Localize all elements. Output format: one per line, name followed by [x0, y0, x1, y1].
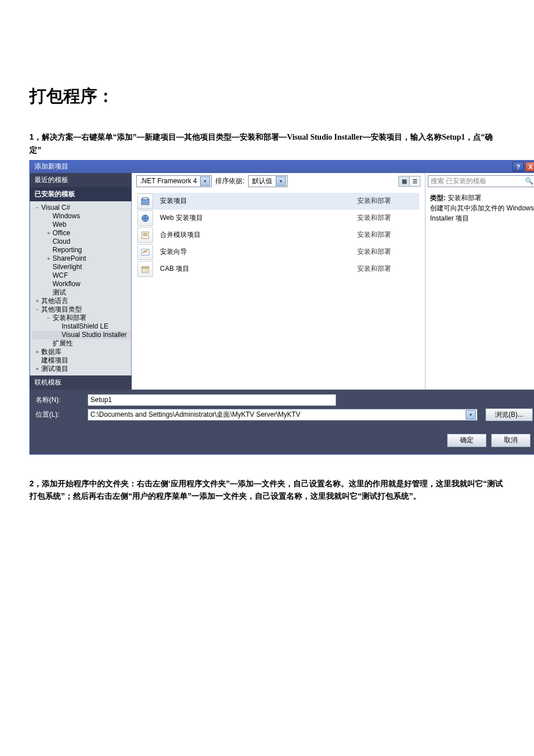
location-label: 位置(L): — [36, 410, 88, 420]
dialog-titlebar[interactable]: 添加新项目 ? X — [30, 161, 534, 173]
tree-item[interactable]: Windows — [32, 212, 131, 221]
tree-item[interactable]: 测试 — [32, 288, 131, 297]
minus-icon[interactable]: − — [46, 315, 51, 321]
tree-label: InstallShield LE — [62, 322, 108, 330]
minus-icon[interactable]: − — [34, 205, 40, 211]
help-button[interactable]: ? — [513, 162, 524, 172]
tree-item[interactable]: Workflow — [32, 280, 131, 288]
recent-templates-header[interactable]: 最近的模板 — [30, 173, 132, 187]
plus-icon[interactable]: + — [34, 349, 40, 355]
svg-rect-4 — [143, 233, 147, 234]
template-name: 合并模块项目 — [160, 230, 357, 240]
tree-label: SharePoint — [53, 254, 86, 262]
template-description-pane: 搜索 已安装的模板 🔍 类型: 安装和部署 创建可向其中添加文件的 Window… — [425, 173, 534, 390]
dialog-title: 添加新项目 — [34, 162, 68, 171]
search-placeholder: 搜索 已安装的模板 — [431, 176, 524, 186]
setup-wizard-icon — [137, 244, 153, 260]
step1-installer: Visual Studio Installer — [287, 133, 363, 141]
name-value: Setup1 — [90, 396, 112, 404]
template-category: 安装和部署 — [357, 247, 419, 257]
merge-module-icon — [137, 227, 153, 243]
step2-line2a: 然后再右击左侧“用户的程序菜单”一添加一文件夹，自己设置名称，这里我就叫它 — [73, 491, 358, 500]
page-heading: 打包程序： — [29, 85, 505, 108]
minus-icon[interactable]: − — [34, 306, 40, 313]
chevron-down-icon[interactable]: ▾ — [276, 176, 286, 186]
tree-item[interactable]: 建模项目 — [32, 356, 131, 365]
step1-mid: —安装项目，输入名称 — [363, 132, 442, 141]
tree-item[interactable]: +测试项目 — [32, 365, 131, 373]
tree-item[interactable]: +数据库 — [32, 348, 131, 356]
tree-item[interactable]: Cloud — [32, 237, 131, 246]
search-icon[interactable]: 🔍 — [524, 177, 533, 185]
tree-label: Reporting — [53, 246, 82, 254]
tree-item[interactable]: +SharePoint — [32, 254, 131, 263]
step2-line2b: “测试打包系统”。 — [358, 491, 421, 500]
step2-line1a: 2，添加开始程序中的文件夹：右击左侧‘应用程序文件夹”—添加—文件夹，自己设置名… — [29, 479, 349, 488]
template-list-pane: .NET Framework 4 ▾ 排序依据: 默认值 ▾ ▦ ☰ — [132, 173, 425, 390]
browse-button[interactable]: 浏览(B)... — [485, 408, 533, 421]
cancel-button[interactable]: 取消 — [491, 434, 531, 447]
template-toolbar: .NET Framework 4 ▾ 排序依据: 默认值 ▾ ▦ ☰ — [132, 173, 425, 189]
tree-item[interactable]: InstallShield LE — [32, 322, 131, 331]
framework-value: .NET Framework 4 — [140, 177, 197, 185]
view-mode-buttons: ▦ ☰ — [398, 176, 420, 187]
template-category: 安装和部署 — [357, 213, 419, 223]
tree-item[interactable]: −安装和部署 — [32, 314, 131, 322]
step2-text: 2，添加开始程序中的文件夹：右击左侧‘应用程序文件夹”—添加—文件夹，自己设置名… — [29, 477, 505, 503]
tree-item[interactable]: Web — [32, 221, 131, 229]
tree-item[interactable]: +Office — [32, 229, 131, 237]
template-row[interactable]: 安装项目 安装和部署 — [137, 193, 419, 210]
setup-project-icon — [137, 193, 153, 209]
template-row[interactable]: CAB 项目 安装和部署 — [137, 261, 419, 278]
online-templates-header[interactable]: 联机模板 — [30, 375, 132, 390]
template-name: 安装项目 — [160, 196, 357, 206]
name-input[interactable]: Setup1 — [88, 394, 336, 406]
tree-label: Visual Studio Installer — [62, 331, 127, 339]
template-category-tree[interactable]: −Visual C# Windows Web +Office Cloud Rep… — [30, 201, 132, 375]
template-category: 安装和部署 — [357, 196, 419, 206]
tree-label: Silverlight — [53, 263, 82, 271]
search-input[interactable]: 搜索 已安装的模板 🔍 — [428, 175, 534, 187]
template-list[interactable]: 安装项目 安装和部署 Web 安装项目 安装和部署 合并模块项目 安装和部署 — [132, 189, 425, 390]
template-row[interactable]: 安装向导 安装和部署 — [137, 244, 419, 261]
template-row[interactable]: Web 安装项目 安装和部署 — [137, 210, 419, 227]
close-button[interactable]: X — [525, 162, 534, 172]
tree-item[interactable]: −Visual C# — [32, 204, 131, 212]
tree-label: 测试项目 — [41, 364, 68, 374]
location-input[interactable]: C:\Documents and Settings\Administrator\… — [88, 409, 477, 421]
plus-icon[interactable]: + — [46, 230, 51, 236]
svg-rect-5 — [143, 235, 147, 236]
ok-button[interactable]: 确定 — [447, 434, 487, 447]
tree-label: WCF — [53, 271, 68, 279]
tree-label: Web — [53, 221, 66, 228]
plus-icon[interactable]: + — [34, 366, 40, 372]
tree-item-selected[interactable]: Visual Studio Installer — [32, 331, 131, 339]
dialog-button-bar: 确定 取消 — [30, 428, 534, 454]
tree-item[interactable]: Reporting — [32, 246, 131, 254]
template-row[interactable]: 合并模块项目 安装和部署 — [137, 227, 419, 244]
template-name: CAB 项目 — [160, 264, 357, 274]
plus-icon[interactable]: + — [46, 256, 51, 262]
tree-item[interactable]: Silverlight — [32, 263, 131, 271]
left-category-pane: 最近的模板 已安装的模板 −Visual C# Windows Web +Off… — [30, 173, 132, 390]
chevron-down-icon[interactable]: ▾ — [200, 176, 210, 186]
small-icons-view-button[interactable]: ▦ — [399, 176, 410, 186]
tree-item[interactable]: 扩展性 — [32, 339, 131, 348]
installed-templates-header[interactable]: 已安装的模板 — [30, 187, 132, 201]
svg-rect-8 — [142, 266, 149, 268]
tree-item[interactable]: +其他语言 — [32, 297, 131, 305]
name-label: 名称(N): — [36, 395, 88, 405]
bottom-form: 名称(N): Setup1 位置(L): C:\Documents and Se… — [30, 390, 534, 428]
framework-dropdown[interactable]: .NET Framework 4 ▾ — [136, 175, 212, 187]
step1-prefix: 1，解决方案—右键菜单“添加”—新建项目—其他项目类型—安装和部署— — [29, 132, 287, 141]
chevron-down-icon[interactable]: ▾ — [466, 410, 476, 420]
list-view-button[interactable]: ☰ — [410, 176, 420, 186]
tree-label: Windows — [53, 212, 80, 220]
template-name: 安装向导 — [160, 247, 357, 257]
location-value: C:\Documents and Settings\Administrator\… — [90, 410, 300, 420]
plus-icon[interactable]: + — [34, 298, 40, 304]
tree-label: Cloud — [53, 237, 70, 245]
sort-dropdown[interactable]: 默认值 ▾ — [248, 175, 288, 187]
tree-item[interactable]: −其他项目类型 — [32, 305, 131, 314]
tree-item[interactable]: WCF — [32, 271, 131, 280]
